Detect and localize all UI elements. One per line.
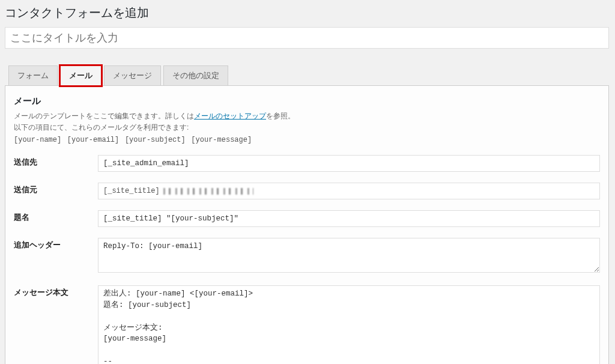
tab-mail[interactable]: メール <box>60 65 101 86</box>
panel-desc-line2: 以下の項目にて、これらのメールタグを利用できます: <box>14 123 189 132</box>
panel-desc-suffix: を参照。 <box>266 112 295 120</box>
mail-panel: メール メールのテンプレートをここで編集できます。詳しくはメールのセットアップを… <box>5 85 609 364</box>
subject-input[interactable] <box>98 210 600 227</box>
label-headers: 追加ヘッダー <box>14 238 98 250</box>
tab-messages[interactable]: メッセージ <box>104 65 161 86</box>
mail-tag: [your-name] <box>14 136 61 144</box>
from-input[interactable]: [_site_title] <box>98 183 600 199</box>
label-subject: 題名 <box>14 210 98 223</box>
to-input[interactable] <box>98 155 600 172</box>
mail-tag: [your-subject] <box>125 136 186 144</box>
from-value-redacted <box>163 188 253 195</box>
panel-desc-prefix: メールのテンプレートをここで編集できます。詳しくは <box>14 112 194 120</box>
mail-tag: [your-email] <box>67 136 119 144</box>
from-value-prefix: [_site_title] <box>103 186 160 196</box>
mail-setup-link[interactable]: メールのセットアップ <box>194 112 266 120</box>
label-to: 送信先 <box>14 155 98 168</box>
mail-tags-list: [your-name] [your-email] [your-subject] … <box>14 135 600 144</box>
tab-bar: フォーム メール メッセージ その他の設定 <box>5 65 609 86</box>
additional-headers-textarea[interactable] <box>98 238 600 273</box>
page-title: コンタクトフォームを追加 <box>5 5 609 21</box>
mail-tag: [your-message] <box>191 136 252 144</box>
form-title-input[interactable] <box>5 27 609 49</box>
panel-description: メールのテンプレートをここで編集できます。詳しくはメールのセットアップを参照。 … <box>14 111 600 133</box>
panel-heading: メール <box>14 96 600 107</box>
label-body: メッセージ本文 <box>14 285 98 298</box>
message-body-textarea[interactable] <box>98 285 600 364</box>
tab-other-settings[interactable]: その他の設定 <box>163 65 228 86</box>
label-from: 送信元 <box>14 183 98 195</box>
tab-form[interactable]: フォーム <box>8 65 58 86</box>
